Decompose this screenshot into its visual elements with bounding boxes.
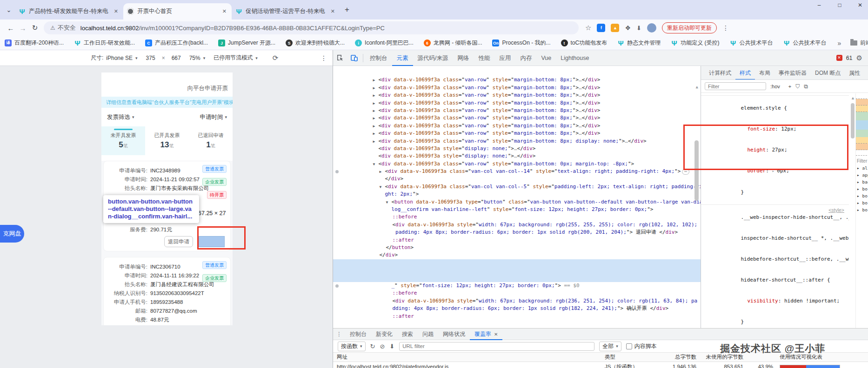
bookmark-item[interactable]: Ψ 功能定义 (受控) <box>671 39 719 47</box>
dom-tree-line[interactable]: ::after <box>333 305 701 312</box>
error-badge-icon[interactable]: ✕ <box>836 55 842 61</box>
devtools-tab[interactable]: 性能 <box>474 50 494 66</box>
extension-icon-blue[interactable]: f <box>597 24 605 32</box>
rendering-emulation-icon[interactable]: ⛉ <box>795 83 800 90</box>
devtools-tab[interactable]: Lighthouse <box>556 50 594 66</box>
minimize-button[interactable]: – <box>815 2 823 8</box>
reload-icon[interactable]: ↻ <box>29 24 41 32</box>
devtools-tab[interactable]: 控制台 <box>365 50 392 66</box>
sidebar-tab[interactable]: 属性 <box>845 66 864 80</box>
style-rule-line[interactable]: inspector-hide-shortcut__ *, .__web-insp… <box>701 228 849 249</box>
dom-tree-line[interactable]: ::before <box>333 282 701 289</box>
sidebar-tab[interactable]: 事件监听器 <box>775 66 811 80</box>
dom-tree-line[interactable]: ▼<button data-v-10699f3a type="button" c… <box>333 191 701 198</box>
devtools-tab[interactable]: 内存 <box>515 50 536 66</box>
scroll-up-icon[interactable]: ▲ <box>851 96 855 100</box>
dom-tree-line[interactable]: ▶<div data-v-10699f3a class="van-row" st… <box>333 130 701 137</box>
dom-tree-line[interactable]: ▶<div data-v-10699f3a class="van-row" st… <box>333 69 701 76</box>
browser-tab[interactable]: Ψ 产品特性-研发效能平台-特来电 ✕ <box>15 3 123 20</box>
relaunch-to-update-button[interactable]: 重新启动即可更新 <box>662 22 717 33</box>
style-rule-line[interactable]: visibility: hidden !important; <box>701 290 849 311</box>
dom-tree-line[interactable]: </button> <box>333 237 701 244</box>
dom-tree-line[interactable]: padding: 4px 8px; border-radius: 6px; bo… <box>333 221 701 229</box>
tab-close-icon[interactable]: ✕ <box>113 8 120 14</box>
style-rule-line[interactable]: } <box>701 182 849 203</box>
bookmark-item[interactable]: Ψ 公共技术平台 <box>730 39 773 47</box>
security-label[interactable]: 不安全 <box>58 24 76 32</box>
quark-drive-tag[interactable]: 克网盘 <box>0 225 24 243</box>
style-rule-line[interactable]: element.style { <box>701 95 849 118</box>
back-icon[interactable]: ← <box>5 24 17 32</box>
scroll-up-icon[interactable]: ▲ <box>696 85 698 89</box>
bookmark-item[interactable]: 6 龙腾网 - 倾听各国... <box>424 39 482 47</box>
bookmark-item[interactable]: J JumpServer 开源... <box>218 39 275 47</box>
bookmarks-overflow-icon[interactable]: » <box>838 39 841 47</box>
computed-property-row[interactable]: ▸ bor <box>856 206 868 213</box>
devtools-tab[interactable]: 源代码/来源 <box>413 50 453 66</box>
dom-tree-line[interactable]: ▼<div data-v-10699f3a class="van-col van… <box>333 175 701 183</box>
dom-tree-line[interactable]: </div> <box>333 244 701 251</box>
dom-tree-line[interactable]: ▶<div data-v-10699f3a class="van-col van… <box>333 160 701 168</box>
dom-tree-line[interactable]: ▼<div data-v-10699f3a class="van-col van… <box>333 251 701 259</box>
return-request-button[interactable]: 退回申请 <box>164 236 193 247</box>
dom-tree-line[interactable]: ▶<div data-v-10699f3a class="van-row" st… <box>333 99 701 107</box>
bookmark-item[interactable]: t toC功能包发布 <box>561 39 608 47</box>
coverage-row[interactable]: http://localhost.teld.cn:9802/plateform/… <box>333 362 868 368</box>
computed-property-row[interactable]: ▸ ali <box>856 164 868 171</box>
dom-tree-line[interactable]: ▶<div data-v-10699f3a class="van-row" st… <box>333 76 701 84</box>
dom-tree-line[interactable]: _" style="font-size: 12px; height: 27px;… <box>333 275 701 282</box>
drawer-tab[interactable]: 网络状况 <box>438 329 470 340</box>
device-toggle-icon[interactable] <box>347 54 361 61</box>
invoice-filter-dropdown[interactable]: 发票筛选 ▾ <box>107 113 134 121</box>
maximize-button[interactable]: □ <box>835 2 844 8</box>
drawer-menu-icon[interactable]: ⋮ <box>333 331 345 337</box>
settings-gear-icon[interactable]: ⚙ <box>856 54 862 62</box>
dom-tree-line[interactable]: ▶<div data-v-10699f3a class="van-row" st… <box>333 92 701 99</box>
coverage-export-icon[interactable]: ⬇ <box>389 343 394 350</box>
omnibox[interactable]: ⚠ 不安全 localhost.teld.cn:9802/inv/m100001… <box>44 21 579 34</box>
drawer-tab[interactable]: 覆盖率✕ <box>470 329 502 340</box>
bookmark-item[interactable]: S 欢迎来到特锐德大... <box>286 39 345 47</box>
tab-close-icon[interactable]: ✕ <box>329 8 336 14</box>
throttling-select[interactable]: 已停用节流模式 ▾ <box>214 54 258 62</box>
bookmark-star-icon[interactable]: ☆ <box>585 24 591 32</box>
devtools-tab[interactable]: 应用 <box>494 50 515 66</box>
bookmark-item[interactable]: Ψ 公共技术平台 <box>783 39 827 47</box>
new-tab-button[interactable]: + <box>345 5 349 14</box>
drawer-tab[interactable]: 控制台 <box>345 329 371 340</box>
apply-time-sort[interactable]: 申请时间 ▾ <box>200 113 227 121</box>
computed-property-row[interactable]: ▸ app <box>856 171 868 178</box>
profile-avatar[interactable] <box>647 23 656 33</box>
browser-tab[interactable]: 开票中心首页 ✕ <box>123 3 232 20</box>
drawer-tab-close-icon[interactable]: ✕ <box>494 329 498 340</box>
drawer-tab[interactable]: 新变化 <box>371 329 397 340</box>
dom-tree-line[interactable]: <div data-v-10699f3a style="width: 67px;… <box>333 289 701 297</box>
toggle-hover-state[interactable]: :hov <box>770 84 780 89</box>
coverage-scope-select[interactable]: 全部▾ <box>599 342 621 351</box>
computed-property-row[interactable]: ▸ bor none <box>856 192 868 199</box>
invoice-card[interactable]: 申请单编号: INC2306710 申请时间: 2024-11-11 16:39… <box>103 257 231 325</box>
computed-property-row[interactable]: ▸ bor 2px <box>856 185 868 192</box>
extensions-puzzle-icon[interactable]: ❖ <box>625 24 631 32</box>
style-rule-line[interactable]: hideafter-shortcut__::after { <box>701 269 849 290</box>
dom-tree-line[interactable]: dding: 4px 8px; border-radius: 6px; bord… <box>333 297 701 305</box>
bookmark-item[interactable]: C 产品积压工作(backl... <box>145 39 208 47</box>
extension-icon-warn[interactable]: ▲ <box>611 24 619 32</box>
zoom-select[interactable]: 75% ▾ <box>189 55 206 61</box>
bookmarks-folder[interactable]: 前端 <box>850 39 868 47</box>
dom-tree-line[interactable]: ::before <box>333 206 701 213</box>
column-url[interactable]: 网址 <box>333 354 605 361</box>
dom-tree-line[interactable]: log__confirm van-hairline--left __web-in… <box>333 267 701 274</box>
sidebar-tab[interactable]: 布局 <box>755 66 775 80</box>
dom-tree-line[interactable]: <div data-v-10699f3a style="display: non… <box>333 138 701 145</box>
stat-tab[interactable]: 未开具发票 5笔 <box>101 126 145 155</box>
dom-tree-line[interactable]: ▶<div data-v-10699f3a class="van-row" st… <box>333 122 701 130</box>
devtools-tab[interactable]: Vue <box>536 50 556 66</box>
device-toolbar-menu-icon[interactable]: ⋮ <box>320 54 327 62</box>
bookmark-item[interactable]: i Iconfont-阿里巴巴... <box>355 39 414 47</box>
coverage-clear-icon[interactable]: ⊘ <box>380 343 385 350</box>
dom-tree-line[interactable]: ▶<div data-v-10699f3a class="van-row" st… <box>333 107 701 114</box>
inspect-element-icon[interactable] <box>333 54 347 61</box>
dom-tree-line[interactable]: ▼<button data-v-10699f3a type="button" c… <box>333 259 701 267</box>
close-button[interactable]: ✕ <box>856 2 864 8</box>
